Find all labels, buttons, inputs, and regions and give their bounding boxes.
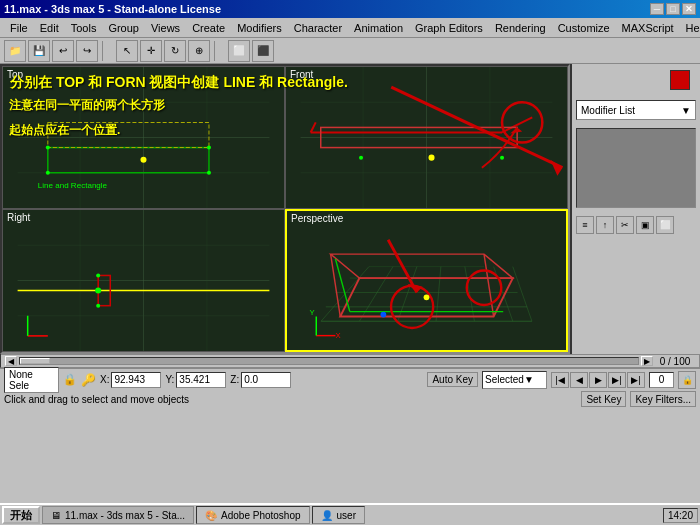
x-input[interactable] [111,372,161,388]
main-content: 分别在 TOP 和 FORN 视图中创建 LINE 和 Rectangle. T… [0,64,700,354]
panel-btn-5[interactable]: ⬜ [656,216,674,234]
rotate-tool[interactable]: ↻ [164,40,186,62]
z-coord-field: Z: [230,372,291,388]
svg-text:X: X [335,331,340,340]
svg-point-25 [429,155,435,161]
svg-point-64 [380,312,386,318]
toolbar-btn-3[interactable]: ↩ [52,40,74,62]
lock-icon: 🔒 [63,373,77,386]
panel-top-section [576,68,696,92]
menu-item-character[interactable]: Character [288,20,348,36]
panel-btn-3[interactable]: ✂ [616,216,634,234]
menu-item-graph-editors[interactable]: Graph Editors [409,20,489,36]
color-swatch[interactable] [670,70,690,90]
auto-key-button[interactable]: Auto Key [427,372,478,387]
title-bar: 11.max - 3ds max 5 - Stand-alone License… [0,0,700,18]
y-input[interactable] [176,372,226,388]
status-row-coords: None Sele 🔒 🔑 X: Y: Z: Auto Key Selected… [0,368,700,390]
right-panel: Modifier List ▼ ≡ ↑ ✂ ▣ ⬜ [570,64,700,354]
panel-btn-2[interactable]: ↑ [596,216,614,234]
scroll-value: 0 / 100 [655,356,695,367]
scroll-track[interactable] [19,357,639,365]
minimize-button[interactable]: ─ [650,3,664,15]
panel-btn-1[interactable]: ≡ [576,216,594,234]
status-text: Click and drag to select and move object… [4,394,577,405]
taskbar-item-3dsmax[interactable]: 🖥 11.max - 3ds max 5 - Sta... [42,506,194,524]
viewport-right[interactable]: Right [2,209,285,352]
svg-point-11 [46,171,50,175]
taskbar-icon-photoshop: 🎨 [205,510,217,521]
viewport-area: 分别在 TOP 和 FORN 视图中创建 LINE 和 Rectangle. T… [0,64,570,354]
svg-point-38 [95,288,101,294]
lock-selection-btn[interactable]: 🔒 [678,371,696,389]
move-tool[interactable]: ✛ [140,40,162,62]
start-button[interactable]: 开始 [2,506,40,524]
toolbar-btn-5[interactable]: ⬜ [228,40,250,62]
menu-item-file[interactable]: File [4,20,34,36]
menu-item-help[interactable]: Help [680,20,700,36]
frame-input[interactable] [649,372,674,388]
status-area: None Sele 🔒 🔑 X: Y: Z: Auto Key Selected… [0,368,700,408]
menu-item-animation[interactable]: Animation [348,20,409,36]
close-button[interactable]: ✕ [682,3,696,15]
scroll-right-btn[interactable]: ▶ [641,356,653,366]
scroll-thumb[interactable] [20,358,50,364]
svg-line-54 [513,267,532,322]
toolbar-btn-4[interactable]: ↪ [76,40,98,62]
playback-controls: |◀ ◀ ▶ ▶| ▶| [551,372,645,388]
toolbar-btn-1[interactable]: 📁 [4,40,26,62]
next-frame-btn[interactable]: ▶| [608,372,626,388]
menu-item-views[interactable]: Views [145,20,186,36]
scale-tool[interactable]: ⊕ [188,40,210,62]
svg-point-12 [207,171,211,175]
toolbar-btn-2[interactable]: 💾 [28,40,50,62]
menu-item-edit[interactable]: Edit [34,20,65,36]
panel-btn-4[interactable]: ▣ [636,216,654,234]
menu-item-create[interactable]: Create [186,20,231,36]
window-controls: ─ □ ✕ [650,3,696,15]
vp-perspective-label: Perspective [291,213,343,224]
viewport-perspective[interactable]: Perspective [285,209,568,352]
taskbar-item-user[interactable]: 👤 user [312,506,365,524]
prev-frame-btn[interactable]: ◀ [570,372,588,388]
menu-item-group[interactable]: Group [102,20,145,36]
taskbar-right: 14:20 [663,508,698,523]
y-label: Y: [165,374,174,385]
go-start-btn[interactable]: |◀ [551,372,569,388]
svg-point-8 [140,157,146,163]
modifier-list-dropdown[interactable]: Modifier List ▼ [576,100,696,120]
scroll-left-btn[interactable]: ◀ [5,356,17,366]
z-input[interactable] [241,372,291,388]
annotation-line3: 起始点应在一个位置. [9,122,120,139]
menu-item-modifiers[interactable]: Modifiers [231,20,288,36]
selected-dropdown[interactable]: Selected ▼ [482,371,547,389]
svg-point-39 [96,273,100,277]
taskbar-item-photoshop[interactable]: 🎨 Adobe Photoshop [196,506,310,524]
svg-point-27 [500,156,504,160]
select-tool[interactable]: ↖ [116,40,138,62]
menu-item-rendering[interactable]: Rendering [489,20,552,36]
horizontal-scrollbar: ◀ ▶ 0 / 100 [0,354,700,368]
taskbar: 开始 🖥 11.max - 3ds max 5 - Sta... 🎨 Adobe… [0,503,700,525]
maximize-button[interactable]: □ [666,3,680,15]
svg-point-63 [424,294,430,300]
set-key-button[interactable]: Set Key [581,391,626,407]
key-filters-button[interactable]: Key Filters... [630,391,696,407]
taskbar-icon-3dsmax: 🖥 [51,510,61,521]
toolbar-btn-6[interactable]: ⬛ [252,40,274,62]
right-panel-icons: 🔒 [678,371,696,389]
svg-line-51 [436,267,441,322]
vp-right-label: Right [7,212,30,223]
modifier-list-section: Modifier List ▼ [576,100,696,120]
vp-right-canvas [3,210,284,351]
menu-item-tools[interactable]: Tools [65,20,103,36]
menu-item-customize[interactable]: Customize [552,20,616,36]
go-end-btn[interactable]: ▶| [627,372,645,388]
key-icon: 🔑 [81,373,96,387]
menu-item-maxscript[interactable]: MAXScript [616,20,680,36]
play-btn[interactable]: ▶ [589,372,607,388]
svg-point-40 [96,304,100,308]
menu-bar: FileEditToolsGroupViewsCreateModifiersCh… [0,18,700,38]
toolbar: 📁 💾 ↩ ↪ ↖ ✛ ↻ ⊕ ⬜ ⬛ [0,38,700,64]
z-label: Z: [230,374,239,385]
